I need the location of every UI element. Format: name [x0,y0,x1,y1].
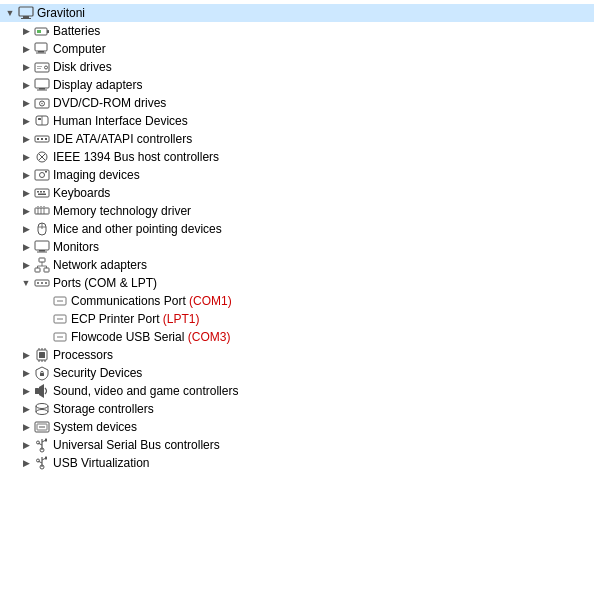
toggle-storage[interactable] [18,401,34,417]
item-label: DVD/CD-ROM drives [53,96,594,110]
svg-point-60 [45,282,47,284]
svg-rect-24 [41,138,43,140]
tree-item-hid[interactable]: Human Interface Devices [0,112,594,130]
tree-root[interactable]: Gravitoni [0,4,594,22]
tree-item-mice[interactable]: Mice and other pointing devices [0,220,594,238]
toggle-hid[interactable] [18,113,34,129]
imaging-icon [34,167,50,183]
svg-rect-14 [39,88,45,90]
svg-point-18 [41,103,42,104]
security-icon [34,365,50,381]
svg-rect-87 [45,439,47,442]
svg-point-58 [37,282,39,284]
tree-item-com3[interactable]: Flowcode USB Serial (COM3) [0,328,594,346]
printer-port-icon [52,311,68,327]
item-label: Universal Serial Bus controllers [53,438,594,452]
toggle-usbvirt[interactable] [18,455,34,471]
display-icon [34,77,50,93]
item-label: Display adapters [53,78,594,92]
toggle-security[interactable] [18,365,34,381]
svg-rect-8 [36,53,46,54]
tree-item-network[interactable]: Network adapters [0,256,594,274]
tree-item-security[interactable]: Security Devices [0,364,594,382]
item-label: IDE ATA/ATAPI controllers [53,132,594,146]
toggle-batteries[interactable] [18,23,34,39]
item-label: IEEE 1394 Bus host controllers [53,150,594,164]
tree-item-sound[interactable]: Sound, video and game controllers [0,382,594,400]
disk-icon [34,59,50,75]
svg-rect-6 [35,43,47,51]
item-label: Ports (COM & LPT) [53,276,594,290]
sound-icon [34,383,50,399]
tree-item-keyboards[interactable]: Keyboards [0,184,594,202]
network-icon [34,257,50,273]
tree-item-computer[interactable]: Computer [0,40,594,58]
toggle-lpt1 [36,311,52,327]
dvd-icon [34,95,50,111]
svg-rect-11 [37,66,42,67]
toggle-ide[interactable] [18,131,34,147]
toggle-memory[interactable] [18,203,34,219]
tree-item-batteries[interactable]: Batteries [0,22,594,40]
item-label: Memory technology driver [53,204,594,218]
svg-rect-5 [37,30,41,33]
toggle-com1 [36,293,52,309]
toggle-sound[interactable] [18,383,34,399]
com3-highlight: (COM3) [188,330,231,344]
tree-item-ieee[interactable]: IEEE 1394 Bus host controllers [0,148,594,166]
toggle-root[interactable] [2,5,18,21]
svg-rect-36 [38,194,46,196]
tree-item-usbvirt[interactable]: USB Virtualization [0,454,594,472]
tree-item-dvd[interactable]: DVD/CD-ROM drives [0,94,594,112]
svg-rect-9 [35,63,49,72]
item-label: Sound, video and game controllers [53,384,594,398]
toggle-display[interactable] [18,77,34,93]
tree-item-memory[interactable]: Memory technology driver [0,202,594,220]
tree-item-storage[interactable]: Storage controllers [0,400,594,418]
toggle-processors[interactable] [18,347,34,363]
toggle-network[interactable] [18,257,34,273]
svg-point-89 [37,441,40,444]
ide-icon [34,131,50,147]
toggle-disk[interactable] [18,59,34,75]
toggle-keyboards[interactable] [18,185,34,201]
svg-rect-15 [37,90,47,91]
toggle-ports[interactable] [18,275,34,291]
tree-item-display[interactable]: Display adapters [0,76,594,94]
toggle-imaging[interactable] [18,167,34,183]
svg-rect-2 [21,18,31,19]
toggle-ieee[interactable] [18,149,34,165]
tree-item-system[interactable]: System devices [0,418,594,436]
toggle-usb[interactable] [18,437,34,453]
item-label: Flowcode USB Serial (COM3) [71,330,594,344]
tree-item-monitors[interactable]: Monitors [0,238,594,256]
item-label: Communications Port (COM1) [71,294,594,308]
svg-rect-47 [35,241,49,250]
toggle-monitors[interactable] [18,239,34,255]
monitor-icon [34,239,50,255]
tree-item-imaging[interactable]: Imaging devices [0,166,594,184]
item-label: Disk drives [53,60,594,74]
tree-item-lpt1[interactable]: ECP Printer Port (LPT1) [0,310,594,328]
svg-rect-21 [38,118,41,120]
svg-rect-32 [35,189,49,197]
tree-item-disk-drives[interactable]: Disk drives [0,58,594,76]
toggle-computer[interactable] [18,41,34,57]
toggle-mice[interactable] [18,221,34,237]
svg-rect-33 [37,191,39,193]
tree-item-processors[interactable]: Processors [0,346,594,364]
tree-item-ports[interactable]: Ports (COM & LPT) [0,274,594,292]
svg-rect-0 [19,7,33,16]
port-icon [52,293,68,309]
item-label: Monitors [53,240,594,254]
computer-icon [18,5,34,21]
tree-item-usb[interactable]: Universal Serial Bus controllers [0,436,594,454]
tree-item-ide[interactable]: IDE ATA/ATAPI controllers [0,130,594,148]
ieee-icon [34,149,50,165]
svg-rect-23 [37,138,39,140]
toggle-system[interactable] [18,419,34,435]
item-label: Security Devices [53,366,594,380]
item-label: System devices [53,420,594,434]
toggle-dvd[interactable] [18,95,34,111]
tree-item-com1[interactable]: Communications Port (COM1) [0,292,594,310]
